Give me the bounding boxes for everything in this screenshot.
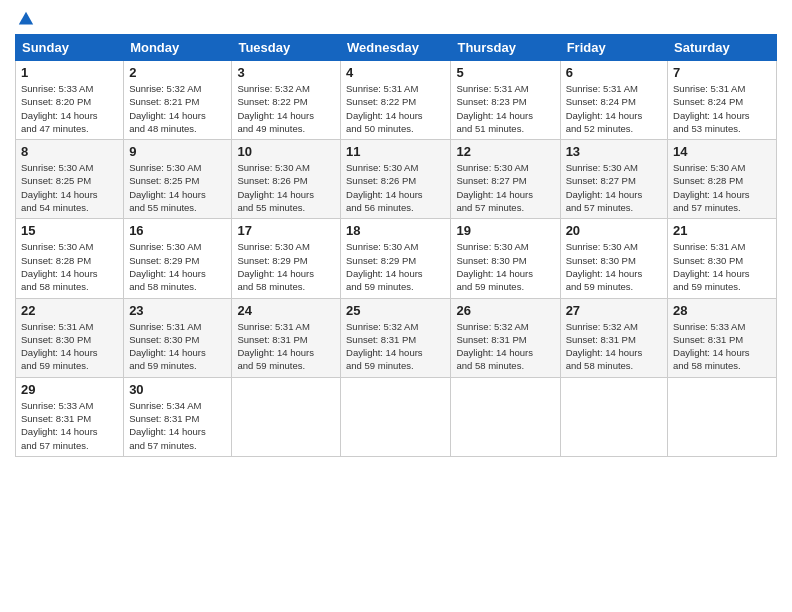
calendar-table: SundayMondayTuesdayWednesdayThursdayFrid…	[15, 34, 777, 457]
day-info: Sunrise: 5:32 AM Sunset: 8:21 PM Dayligh…	[129, 82, 226, 135]
svg-marker-0	[19, 12, 33, 25]
day-info: Sunrise: 5:31 AM Sunset: 8:22 PM Dayligh…	[346, 82, 445, 135]
day-number: 14	[673, 144, 771, 159]
weekday-header-tuesday: Tuesday	[232, 35, 341, 61]
empty-cell	[232, 377, 341, 456]
header	[15, 10, 777, 28]
day-info: Sunrise: 5:31 AM Sunset: 8:24 PM Dayligh…	[566, 82, 662, 135]
day-cell: 27Sunrise: 5:32 AM Sunset: 8:31 PM Dayli…	[560, 298, 667, 377]
day-number: 3	[237, 65, 335, 80]
calendar-week-row: 1Sunrise: 5:33 AM Sunset: 8:20 PM Daylig…	[16, 61, 777, 140]
day-number: 15	[21, 223, 118, 238]
day-number: 4	[346, 65, 445, 80]
weekday-header-row: SundayMondayTuesdayWednesdayThursdayFrid…	[16, 35, 777, 61]
day-info: Sunrise: 5:33 AM Sunset: 8:31 PM Dayligh…	[673, 320, 771, 373]
day-cell: 7Sunrise: 5:31 AM Sunset: 8:24 PM Daylig…	[668, 61, 777, 140]
day-info: Sunrise: 5:32 AM Sunset: 8:31 PM Dayligh…	[566, 320, 662, 373]
logo-icon	[17, 10, 35, 28]
day-number: 1	[21, 65, 118, 80]
day-cell: 8Sunrise: 5:30 AM Sunset: 8:25 PM Daylig…	[16, 140, 124, 219]
day-info: Sunrise: 5:30 AM Sunset: 8:29 PM Dayligh…	[237, 240, 335, 293]
day-info: Sunrise: 5:30 AM Sunset: 8:28 PM Dayligh…	[21, 240, 118, 293]
day-number: 27	[566, 303, 662, 318]
day-number: 2	[129, 65, 226, 80]
day-cell: 22Sunrise: 5:31 AM Sunset: 8:30 PM Dayli…	[16, 298, 124, 377]
day-info: Sunrise: 5:30 AM Sunset: 8:25 PM Dayligh…	[21, 161, 118, 214]
day-cell: 10Sunrise: 5:30 AM Sunset: 8:26 PM Dayli…	[232, 140, 341, 219]
day-cell: 18Sunrise: 5:30 AM Sunset: 8:29 PM Dayli…	[341, 219, 451, 298]
day-info: Sunrise: 5:31 AM Sunset: 8:24 PM Dayligh…	[673, 82, 771, 135]
day-number: 10	[237, 144, 335, 159]
day-cell: 6Sunrise: 5:31 AM Sunset: 8:24 PM Daylig…	[560, 61, 667, 140]
day-info: Sunrise: 5:31 AM Sunset: 8:30 PM Dayligh…	[129, 320, 226, 373]
day-info: Sunrise: 5:30 AM Sunset: 8:28 PM Dayligh…	[673, 161, 771, 214]
day-number: 19	[456, 223, 554, 238]
day-number: 25	[346, 303, 445, 318]
day-cell: 30Sunrise: 5:34 AM Sunset: 8:31 PM Dayli…	[124, 377, 232, 456]
day-info: Sunrise: 5:31 AM Sunset: 8:31 PM Dayligh…	[237, 320, 335, 373]
day-cell: 12Sunrise: 5:30 AM Sunset: 8:27 PM Dayli…	[451, 140, 560, 219]
day-number: 17	[237, 223, 335, 238]
day-number: 12	[456, 144, 554, 159]
day-cell: 3Sunrise: 5:32 AM Sunset: 8:22 PM Daylig…	[232, 61, 341, 140]
day-info: Sunrise: 5:31 AM Sunset: 8:30 PM Dayligh…	[673, 240, 771, 293]
day-cell: 9Sunrise: 5:30 AM Sunset: 8:25 PM Daylig…	[124, 140, 232, 219]
day-cell: 14Sunrise: 5:30 AM Sunset: 8:28 PM Dayli…	[668, 140, 777, 219]
day-info: Sunrise: 5:31 AM Sunset: 8:30 PM Dayligh…	[21, 320, 118, 373]
day-info: Sunrise: 5:32 AM Sunset: 8:31 PM Dayligh…	[456, 320, 554, 373]
day-info: Sunrise: 5:30 AM Sunset: 8:29 PM Dayligh…	[129, 240, 226, 293]
empty-cell	[451, 377, 560, 456]
day-number: 23	[129, 303, 226, 318]
day-cell: 25Sunrise: 5:32 AM Sunset: 8:31 PM Dayli…	[341, 298, 451, 377]
weekday-header-monday: Monday	[124, 35, 232, 61]
day-info: Sunrise: 5:30 AM Sunset: 8:30 PM Dayligh…	[456, 240, 554, 293]
day-number: 29	[21, 382, 118, 397]
weekday-header-wednesday: Wednesday	[341, 35, 451, 61]
day-info: Sunrise: 5:30 AM Sunset: 8:27 PM Dayligh…	[456, 161, 554, 214]
day-cell: 5Sunrise: 5:31 AM Sunset: 8:23 PM Daylig…	[451, 61, 560, 140]
day-number: 13	[566, 144, 662, 159]
day-cell: 23Sunrise: 5:31 AM Sunset: 8:30 PM Dayli…	[124, 298, 232, 377]
day-cell: 26Sunrise: 5:32 AM Sunset: 8:31 PM Dayli…	[451, 298, 560, 377]
weekday-header-friday: Friday	[560, 35, 667, 61]
day-info: Sunrise: 5:30 AM Sunset: 8:25 PM Dayligh…	[129, 161, 226, 214]
day-cell: 4Sunrise: 5:31 AM Sunset: 8:22 PM Daylig…	[341, 61, 451, 140]
day-cell: 17Sunrise: 5:30 AM Sunset: 8:29 PM Dayli…	[232, 219, 341, 298]
day-cell: 1Sunrise: 5:33 AM Sunset: 8:20 PM Daylig…	[16, 61, 124, 140]
day-cell: 29Sunrise: 5:33 AM Sunset: 8:31 PM Dayli…	[16, 377, 124, 456]
day-number: 24	[237, 303, 335, 318]
day-number: 26	[456, 303, 554, 318]
empty-cell	[341, 377, 451, 456]
day-cell: 24Sunrise: 5:31 AM Sunset: 8:31 PM Dayli…	[232, 298, 341, 377]
calendar-week-row: 29Sunrise: 5:33 AM Sunset: 8:31 PM Dayli…	[16, 377, 777, 456]
day-info: Sunrise: 5:32 AM Sunset: 8:31 PM Dayligh…	[346, 320, 445, 373]
empty-cell	[668, 377, 777, 456]
day-info: Sunrise: 5:30 AM Sunset: 8:30 PM Dayligh…	[566, 240, 662, 293]
day-cell: 20Sunrise: 5:30 AM Sunset: 8:30 PM Dayli…	[560, 219, 667, 298]
day-cell: 15Sunrise: 5:30 AM Sunset: 8:28 PM Dayli…	[16, 219, 124, 298]
day-cell: 13Sunrise: 5:30 AM Sunset: 8:27 PM Dayli…	[560, 140, 667, 219]
day-info: Sunrise: 5:30 AM Sunset: 8:26 PM Dayligh…	[237, 161, 335, 214]
day-number: 20	[566, 223, 662, 238]
day-number: 6	[566, 65, 662, 80]
page: SundayMondayTuesdayWednesdayThursdayFrid…	[0, 0, 792, 612]
calendar-week-row: 8Sunrise: 5:30 AM Sunset: 8:25 PM Daylig…	[16, 140, 777, 219]
day-number: 21	[673, 223, 771, 238]
day-cell: 2Sunrise: 5:32 AM Sunset: 8:21 PM Daylig…	[124, 61, 232, 140]
day-number: 8	[21, 144, 118, 159]
day-number: 16	[129, 223, 226, 238]
day-number: 18	[346, 223, 445, 238]
day-number: 7	[673, 65, 771, 80]
weekday-header-thursday: Thursday	[451, 35, 560, 61]
day-info: Sunrise: 5:32 AM Sunset: 8:22 PM Dayligh…	[237, 82, 335, 135]
day-number: 22	[21, 303, 118, 318]
weekday-header-saturday: Saturday	[668, 35, 777, 61]
day-cell: 11Sunrise: 5:30 AM Sunset: 8:26 PM Dayli…	[341, 140, 451, 219]
day-info: Sunrise: 5:34 AM Sunset: 8:31 PM Dayligh…	[129, 399, 226, 452]
day-info: Sunrise: 5:33 AM Sunset: 8:31 PM Dayligh…	[21, 399, 118, 452]
calendar-week-row: 22Sunrise: 5:31 AM Sunset: 8:30 PM Dayli…	[16, 298, 777, 377]
day-info: Sunrise: 5:30 AM Sunset: 8:27 PM Dayligh…	[566, 161, 662, 214]
day-cell: 19Sunrise: 5:30 AM Sunset: 8:30 PM Dayli…	[451, 219, 560, 298]
empty-cell	[560, 377, 667, 456]
logo	[15, 10, 35, 28]
